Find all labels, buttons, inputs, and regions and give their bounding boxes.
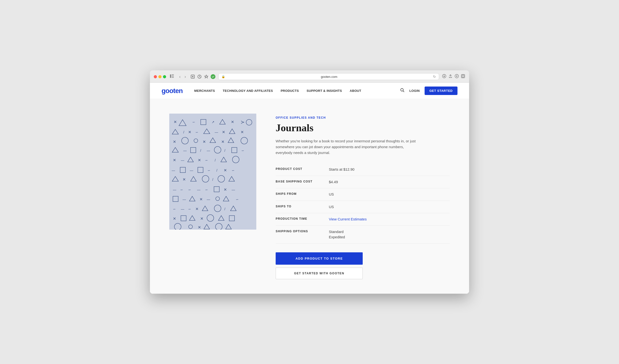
svg-rect-2	[172, 76, 174, 77]
browser-extensions	[190, 74, 215, 79]
new-tab-button[interactable]	[455, 74, 459, 80]
browser-window: ‹ › 🔒 gooten.co	[150, 70, 469, 294]
svg-text:—: —	[190, 168, 193, 172]
svg-text:—: —	[183, 197, 186, 201]
svg-text:✕: ✕	[173, 140, 176, 144]
extension-icon-2[interactable]	[197, 74, 202, 79]
spec-value-product-cost: Starts at $12.90	[329, 167, 354, 172]
extension-icon-4[interactable]	[211, 74, 215, 79]
nav-link-about[interactable]: ABOUT	[350, 89, 361, 93]
site-logo[interactable]: gooten	[162, 87, 183, 95]
address-bar[interactable]: 🔒 gooten.com ↻	[218, 73, 439, 80]
spec-value-shipping-options: Standard Expedited	[329, 229, 345, 240]
dot-red[interactable]	[154, 75, 157, 78]
svg-text:—: —	[181, 207, 184, 211]
svg-text:—: —	[215, 130, 218, 134]
site-navigation: gooten MERCHANTS TECHNOLOGY AND AFFILIAT…	[150, 83, 469, 99]
spec-row-shipping-options: SHIPPING OPTIONS Standard Expedited	[276, 226, 450, 244]
nav-link-products[interactable]: PRODUCTS	[281, 89, 299, 93]
dot-yellow[interactable]	[158, 75, 162, 78]
dot-green[interactable]	[163, 75, 166, 78]
spec-row-product-cost: PRODUCT COST Starts at $12.90	[276, 163, 450, 176]
search-button[interactable]	[400, 88, 405, 94]
page-content: gooten MERCHANTS TECHNOLOGY AND AFFILIAT…	[150, 83, 469, 294]
svg-text:✕: ✕	[188, 130, 191, 134]
svg-text:✕: ✕	[231, 120, 234, 124]
svg-text:✕: ✕	[183, 177, 186, 182]
spec-value-shipping-cost: $4.49	[329, 179, 338, 185]
svg-text:/: /	[225, 149, 225, 153]
nav-link-technology[interactable]: TECHNOLOGY AND AFFILIATES	[223, 89, 273, 93]
nav-link-merchants[interactable]: MERCHANTS	[194, 89, 215, 93]
browser-nav-buttons: ‹ ›	[178, 74, 187, 80]
add-to-store-button[interactable]: ADD PRODUCT TO STORE	[276, 252, 363, 265]
svg-text:✕: ✕	[199, 197, 203, 201]
svg-text:∽: ∽	[173, 207, 176, 211]
extension-icon-3[interactable]	[204, 74, 209, 79]
browser-toolbar: ‹ › 🔒 gooten.co	[154, 73, 465, 80]
forward-button[interactable]: ›	[183, 74, 187, 80]
download-button[interactable]	[442, 74, 446, 80]
svg-rect-0	[170, 74, 171, 78]
svg-text:—: —	[207, 149, 210, 153]
spec-label-ships-from: SHIPS FROM	[276, 192, 329, 197]
svg-text:✕: ✕	[198, 158, 201, 162]
product-details: OFFICE SUPPLIES AND TECH Journals Whethe…	[276, 114, 450, 279]
svg-text:≻: ≻	[240, 119, 245, 125]
svg-text:—: —	[181, 158, 184, 162]
nav-link-support[interactable]: SUPPORT & INSIGHTS	[307, 89, 342, 93]
svg-text:✕: ✕	[173, 217, 176, 221]
svg-text:/: /	[212, 178, 213, 182]
svg-rect-1	[172, 74, 174, 75]
tabs-overview-button[interactable]	[461, 74, 465, 80]
sidebar-toggle-button[interactable]	[169, 74, 175, 79]
nav-links: MERCHANTS TECHNOLOGY AND AFFILIATES PROD…	[194, 89, 400, 93]
product-category: OFFICE SUPPLIES AND TECH	[276, 116, 450, 119]
extension-icon-1[interactable]	[190, 74, 195, 79]
spec-row-shipping-cost: BASE SHIPPING COST $4.49	[276, 176, 450, 189]
svg-text:∽: ∽	[188, 188, 191, 192]
spec-row-ships-from: SHIPS FROM US	[276, 188, 450, 201]
spec-value-ships-to: US	[329, 204, 334, 210]
login-button[interactable]: LOGIN	[409, 89, 420, 93]
svg-text:/: /	[216, 168, 217, 172]
product-specs: PRODUCT COST Starts at $12.90 BASE SHIPP…	[276, 163, 450, 244]
svg-text:—: —	[207, 197, 210, 201]
lock-icon: 🔒	[222, 75, 225, 78]
product-page: ✕ ∽ ↗ ✕ ≻ / ✕ ∽	[150, 99, 469, 294]
svg-text:∽: ∽	[180, 188, 183, 192]
svg-rect-3	[172, 77, 174, 78]
product-image: ✕ ∽ ↗ ✕ ≻ / ✕ ∽	[169, 114, 256, 230]
spec-label-shipping-cost: BASE SHIPPING COST	[276, 179, 329, 185]
shipping-option-standard: Standard	[329, 229, 345, 235]
product-image-section: ✕ ∽ ↗ ✕ ≻ / ✕ ∽	[169, 114, 256, 279]
share-button[interactable]	[448, 74, 453, 80]
svg-text:✕: ✕	[222, 130, 225, 134]
browser-dots	[154, 75, 166, 78]
back-button[interactable]: ‹	[178, 74, 182, 80]
url-text: gooten.com	[226, 75, 432, 79]
svg-text:↗: ↗	[211, 120, 214, 124]
svg-text:✕: ✕	[198, 225, 201, 229]
svg-text:∽: ∽	[195, 130, 198, 134]
get-started-nav-button[interactable]: GET STARTED	[425, 86, 457, 95]
svg-text:∽: ∽	[205, 158, 208, 162]
svg-text:/: /	[215, 158, 216, 162]
svg-rect-12	[462, 75, 464, 77]
svg-text:✕: ✕	[224, 188, 227, 192]
get-started-secondary-button[interactable]: GET STARTED WITH GOOTEN	[276, 267, 363, 279]
svg-text:∽: ∽	[205, 188, 208, 192]
spec-row-production-time: PRODUCTION TIME View Current Estimates	[276, 213, 450, 226]
svg-text:✕: ✕	[173, 158, 176, 162]
svg-text:∽: ∽	[236, 197, 239, 201]
nav-right: LOGIN GET STARTED	[400, 86, 457, 95]
svg-text:—: —	[197, 188, 200, 192]
refresh-button[interactable]: ↻	[433, 75, 436, 79]
svg-text:✕: ✕	[203, 140, 206, 144]
svg-text:✕: ✕	[224, 168, 227, 172]
spec-value-production-time-link[interactable]: View Current Estimates	[329, 217, 366, 222]
svg-text:∽: ∽	[192, 120, 195, 124]
svg-text:/: /	[183, 130, 184, 134]
spec-label-product-cost: PRODUCT COST	[276, 167, 329, 172]
svg-text:—: —	[172, 168, 175, 172]
